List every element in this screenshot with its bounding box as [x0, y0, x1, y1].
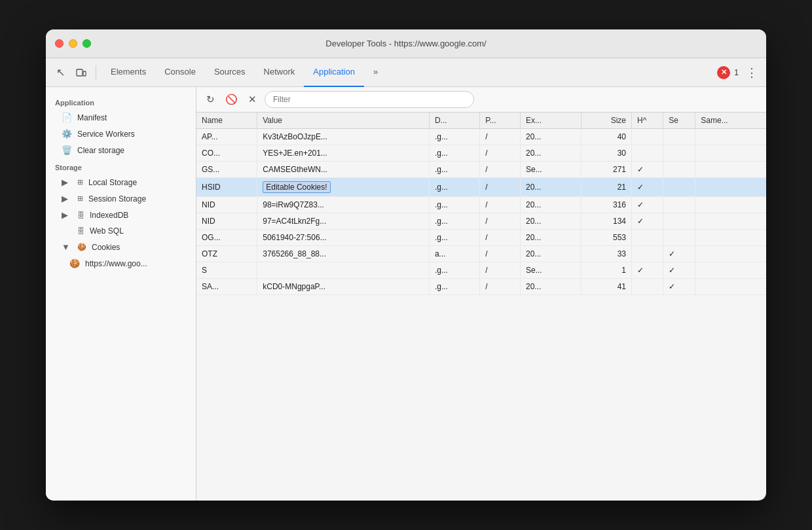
cell-h: ✓ — [631, 262, 663, 279]
cell-ex: 20... — [521, 213, 581, 230]
sidebar-section-application: Application — [46, 94, 196, 109]
sidebar-item-cookies[interactable]: ▼ 🍪 Cookies — [46, 239, 196, 255]
table-row[interactable]: OTZ3765266_88_88...a.../20...33✓ — [196, 246, 766, 262]
main-toolbar: ↖ Elements Console Sources Network Appli… — [46, 58, 766, 87]
table-row[interactable]: SA...kCD0-MNgpgaP....g.../20...41✓ — [196, 279, 766, 295]
cell-size: 40 — [581, 129, 631, 145]
col-header-path[interactable]: P... — [480, 113, 521, 129]
expand-cookies-icon: ▼ — [62, 242, 72, 252]
sidebar-item-session-storage-label: Session Storage — [88, 194, 146, 203]
cell-ex: 20... — [521, 246, 581, 262]
block-button[interactable]: 🚫 — [223, 91, 240, 108]
table-row[interactable]: AP...Kv3tAzBoOJzpE....g.../20...40 — [196, 129, 766, 145]
svg-rect-1 — [83, 71, 86, 76]
col-header-httponly[interactable]: H^ — [631, 113, 663, 129]
clear-storage-icon: 🗑️ — [62, 145, 72, 155]
tab-sources[interactable]: Sources — [205, 58, 255, 87]
filter-input[interactable] — [265, 91, 474, 108]
cell-se — [663, 213, 695, 230]
cell-h: ✓ — [631, 197, 663, 213]
sidebar-item-indexed-db[interactable]: ▶ 🗄 IndexedDB — [46, 207, 196, 223]
maximize-button[interactable] — [83, 39, 91, 48]
sidebar-item-clear-storage-label: Clear storage — [77, 146, 124, 155]
sidebar-item-local-storage[interactable]: ▶ ⊞ Local Storage — [46, 174, 196, 190]
tab-network[interactable]: Network — [255, 58, 304, 87]
cell-value: 5061940-27:506... — [257, 230, 430, 246]
cell-ex: 20... — [521, 145, 581, 162]
sidebar-item-session-storage[interactable]: ▶ ⊞ Session Storage — [46, 190, 196, 207]
cell-same — [695, 213, 766, 230]
col-header-name[interactable]: Name — [196, 113, 257, 129]
refresh-button[interactable]: ↻ — [202, 91, 219, 108]
cell-p: / — [480, 230, 521, 246]
sidebar-item-clear-storage[interactable]: 🗑️ Clear storage — [46, 142, 196, 158]
cell-same — [695, 145, 766, 162]
cell-h: ✓ — [631, 178, 663, 197]
table-row[interactable]: HSIDEditable Cookies!.g.../20...21✓ — [196, 178, 766, 197]
minimize-button[interactable] — [69, 39, 77, 48]
cell-d: .g... — [429, 213, 479, 230]
cell-se — [663, 162, 695, 178]
col-header-size[interactable]: Size — [581, 113, 631, 129]
cell-se — [663, 178, 695, 197]
sidebar-item-local-storage-label: Local Storage — [88, 178, 137, 187]
table-body: AP...Kv3tAzBoOJzpE....g.../20...40CO...Y… — [196, 129, 766, 295]
expand-session-storage-icon: ▶ — [62, 194, 72, 203]
local-storage-db-icon: ⊞ — [77, 178, 83, 186]
device-toggle-icon[interactable] — [72, 63, 90, 82]
sidebar-section-storage: Storage — [46, 158, 196, 174]
col-header-secure[interactable]: Se — [663, 113, 695, 129]
devtools-window: Developer Tools - https://www.google.com… — [46, 29, 766, 501]
sidebar-item-cookies-google[interactable]: 🍪 https://www.goo... — [46, 255, 196, 272]
col-header-samesite[interactable]: Same... — [695, 113, 766, 129]
cell-value: CAMSEGtheWN... — [257, 162, 430, 178]
cell-same — [695, 162, 766, 178]
col-header-value[interactable]: Value — [257, 113, 430, 129]
sidebar-item-web-sql[interactable]: 🗄 Web SQL — [46, 223, 196, 239]
cookies-table: Name Value D... P... Ex... Size H^ Se Sa… — [196, 113, 766, 295]
table-row[interactable]: NID97=AC4tLkn2Fg....g.../20...134✓ — [196, 213, 766, 230]
cell-name: OG... — [196, 230, 257, 246]
col-header-expires[interactable]: Ex... — [521, 113, 581, 129]
close-cookies-button[interactable]: ✕ — [244, 91, 261, 108]
sidebar-item-manifest-label: Manifest — [77, 113, 107, 122]
table-row[interactable]: CO...YES+JE.en+201....g.../20...30 — [196, 145, 766, 162]
tab-more[interactable]: » — [364, 58, 387, 87]
cell-name: SA... — [196, 279, 257, 295]
tab-application[interactable]: Application — [304, 58, 364, 87]
cell-se: ✓ — [663, 262, 695, 279]
cell-same — [695, 230, 766, 246]
editable-value-cell[interactable]: Editable Cookies! — [263, 181, 330, 193]
sidebar-item-manifest[interactable]: 📄 Manifest — [46, 109, 196, 126]
cell-d: .g... — [429, 178, 479, 197]
cell-d: .g... — [429, 162, 479, 178]
cell-p: / — [480, 279, 521, 295]
cell-p: / — [480, 178, 521, 197]
cell-size: 1 — [581, 262, 631, 279]
cell-ex: 20... — [521, 197, 581, 213]
cursor-icon[interactable]: ↖ — [51, 63, 69, 82]
more-options-button[interactable]: ⋮ — [743, 63, 761, 82]
cell-name: NID — [196, 197, 257, 213]
table-row[interactable]: NID98=iRw9Q7Z83....g.../20...316✓ — [196, 197, 766, 213]
cell-d: .g... — [429, 262, 479, 279]
cell-h: ✓ — [631, 162, 663, 178]
indexed-db-icon: 🗄 — [77, 211, 84, 219]
cell-p: / — [480, 262, 521, 279]
tab-elements[interactable]: Elements — [101, 58, 155, 87]
table-row[interactable]: OG...5061940-27:506....g.../20...553 — [196, 230, 766, 246]
table-row[interactable]: S.g.../Se...1✓✓ — [196, 262, 766, 279]
cell-name: CO... — [196, 145, 257, 162]
col-header-domain[interactable]: D... — [429, 113, 479, 129]
table-row[interactable]: GS...CAMSEGtheWN....g.../Se...271✓ — [196, 162, 766, 178]
content-area: ↻ 🚫 ✕ Name Value D... P... Ex... Si — [196, 87, 766, 501]
close-button[interactable] — [55, 39, 64, 48]
tab-console[interactable]: Console — [155, 58, 205, 87]
cell-value: 98=iRw9Q7Z83... — [257, 197, 430, 213]
cell-size: 134 — [581, 213, 631, 230]
cell-p: / — [480, 197, 521, 213]
expand-local-storage-icon: ▶ — [62, 177, 72, 187]
cell-d: a... — [429, 246, 479, 262]
sidebar-item-service-workers[interactable]: ⚙️ Service Workers — [46, 126, 196, 142]
main-content: Application 📄 Manifest ⚙️ Service Worker… — [46, 87, 766, 501]
